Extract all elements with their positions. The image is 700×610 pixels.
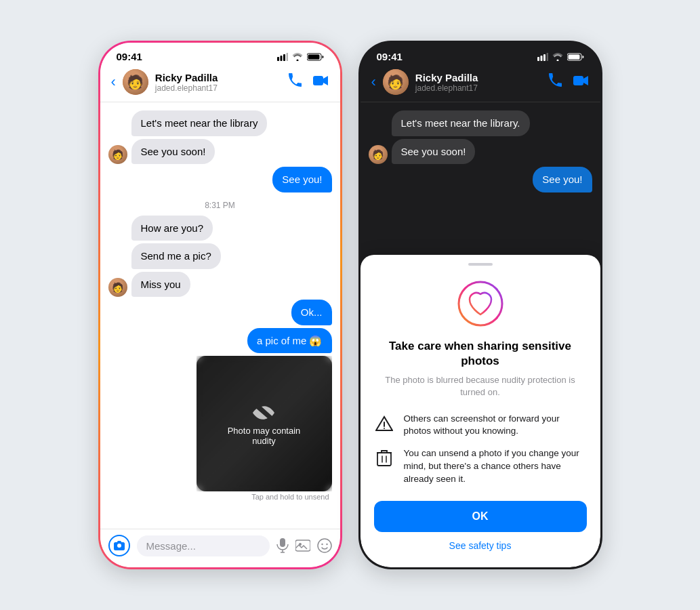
left-phone-inner: 09:41 — [100, 43, 340, 567]
table-row: See you! — [108, 167, 332, 192]
small-avatar: 🧑 — [108, 278, 127, 297]
nudity-icon-wrap: Photo may containnudity — [228, 401, 301, 446]
list-item: Ok... — [291, 300, 332, 325]
small-avatar: 🧑 — [108, 145, 127, 164]
list-item: Miss you — [131, 272, 190, 298]
list-item: Send me a pic? — [131, 243, 221, 269]
left-chat-header: ‹ 🧑 Ricky Padilla jaded.elephant17 — [100, 65, 340, 102]
left-time: 09:41 — [117, 51, 142, 62]
svg-rect-23 — [377, 453, 391, 466]
left-phone: 09:41 — [98, 41, 342, 569]
svg-rect-1 — [280, 56, 282, 61]
trash-icon — [374, 448, 394, 468]
svg-rect-18 — [568, 54, 579, 59]
sheet-heart-icon — [374, 279, 587, 328]
right-video-icon[interactable] — [573, 75, 590, 90]
right-back-button[interactable]: ‹ — [371, 73, 376, 91]
camera-button[interactable] — [108, 535, 130, 556]
right-chat-body: Let's meet near the library. 🧑 See you s… — [361, 102, 600, 251]
list-item: See you soon! — [131, 139, 215, 165]
right-contact-info: Ricky Padilla jaded.elephant17 — [415, 72, 541, 93]
right-call-icon[interactable] — [548, 73, 562, 92]
table-row: 🧑 Miss you — [108, 272, 332, 298]
left-status-bar: 09:41 — [100, 43, 340, 65]
nudity-text: Photo may containnudity — [228, 426, 301, 446]
left-contact-name: Ricky Padilla — [155, 72, 281, 83]
table-row: Let's meet near the library — [108, 110, 332, 136]
small-avatar: 🧑 — [369, 145, 388, 164]
right-chat-header: ‹ 🧑 Ricky Padilla jaded.elephant17 — [361, 65, 600, 102]
message-input[interactable]: Message... — [137, 535, 270, 556]
sheet-title: Take care when sharing sensitive photos — [374, 339, 587, 369]
sheet-handle — [468, 263, 493, 266]
list-item: How are you? — [131, 216, 213, 241]
photo-icon[interactable] — [295, 539, 310, 552]
svg-rect-5 — [308, 54, 319, 59]
table-row: 🧑 See you soon! — [108, 139, 332, 165]
right-header-actions — [548, 73, 590, 92]
left-chat-body: Let's meet near the library 🧑 See you so… — [100, 102, 340, 529]
table-row: 🧑 See you soon! — [369, 139, 592, 165]
table-row: Ok... — [108, 300, 332, 325]
sticker-icon[interactable] — [317, 538, 332, 553]
wifi-icon — [292, 53, 303, 61]
ok-button[interactable]: OK — [374, 501, 587, 532]
sheet-subtitle: The photo is blurred because nudity prot… — [374, 374, 587, 399]
list-item: a pic of me 😱 — [247, 328, 332, 354]
svg-rect-7 — [280, 538, 285, 547]
svg-rect-13 — [537, 57, 539, 61]
sheet-warning-item: Others can screenshot or forward your ph… — [374, 413, 587, 439]
right-status-icons — [537, 53, 584, 61]
wifi-icon — [552, 53, 563, 61]
sheet-trash-text: You can unsend a photo if you change you… — [404, 447, 587, 486]
list-item: See you! — [272, 167, 331, 192]
sheet-warning-text: Others can screenshot or forward your ph… — [404, 413, 587, 439]
svg-rect-19 — [573, 76, 583, 85]
left-status-icons — [277, 53, 324, 61]
right-time: 09:41 — [377, 51, 403, 62]
signal-icon — [277, 53, 288, 61]
svg-point-10 — [318, 539, 331, 552]
bottom-sheet: Take care when sharing sensitive photos … — [361, 255, 600, 567]
left-contact-info: Ricky Padilla jaded.elephant17 — [155, 72, 281, 93]
left-call-icon[interactable] — [287, 73, 302, 92]
list-item: Let's meet near the library — [131, 110, 268, 136]
left-avatar: 🧑 — [123, 69, 148, 95]
svg-point-22 — [384, 428, 385, 429]
table-row: Send me a pic? — [108, 243, 332, 269]
left-chat-input-bar: Message... — [100, 529, 340, 567]
table-row: Let's meet near the library. — [369, 110, 592, 136]
left-back-button[interactable]: ‹ — [111, 73, 116, 91]
svg-rect-15 — [543, 54, 545, 61]
warning-icon — [374, 413, 394, 434]
list-item: See you soon! — [392, 139, 476, 165]
left-video-icon[interactable] — [313, 75, 329, 90]
right-phone-inner: 09:41 — [361, 43, 600, 567]
safety-tips-link[interactable]: See safety tips — [374, 540, 587, 551]
mic-icon[interactable] — [276, 538, 289, 553]
nudity-image-container: Photo may containnudity Tap and hold to … — [108, 356, 332, 501]
svg-point-12 — [326, 544, 327, 545]
table-row: a pic of me 😱 — [108, 328, 332, 354]
svg-rect-3 — [286, 53, 288, 61]
right-phone: 09:41 — [358, 41, 602, 569]
sheet-trash-item: You can unsend a photo if you change you… — [374, 447, 587, 486]
timestamp: 8:31 PM — [108, 201, 332, 210]
right-avatar-image: 🧑 — [383, 69, 409, 95]
right-avatar: 🧑 — [383, 69, 409, 95]
left-header-actions — [287, 73, 329, 92]
svg-rect-6 — [313, 76, 323, 85]
battery-icon — [567, 53, 584, 61]
right-contact-name: Ricky Padilla — [415, 72, 541, 83]
left-avatar-image: 🧑 — [123, 69, 148, 95]
svg-point-11 — [321, 544, 323, 545]
left-contact-handle: jaded.elephant17 — [155, 83, 281, 93]
list-item: Let's meet near the library. — [392, 110, 530, 136]
phones-container: 09:41 — [98, 41, 602, 569]
heart-gradient-icon — [456, 279, 505, 328]
input-actions — [276, 538, 332, 553]
message-placeholder: Message... — [146, 540, 196, 552]
svg-rect-16 — [546, 53, 548, 61]
right-contact-handle: jaded.elephant17 — [415, 83, 541, 93]
table-row: How are you? — [108, 216, 332, 241]
